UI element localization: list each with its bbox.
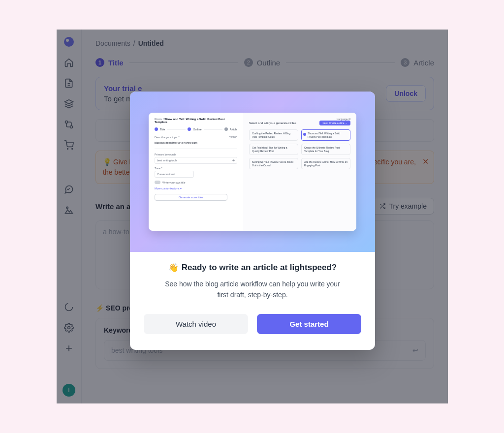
modal-description: See how the blog article workflow can he… (159, 279, 346, 300)
watch-video-button[interactable]: Watch video (144, 314, 248, 334)
modal-title: 👋 Ready to write an article at lightspee… (144, 263, 361, 273)
wave-icon: 👋 (168, 263, 179, 273)
modal-preview-image: Posts / Show and Tell: Writing a Solid R… (149, 113, 356, 231)
modal-hero: Posts / Show and Tell: Writing a Solid R… (130, 92, 375, 252)
onboarding-modal: Posts / Show and Tell: Writing a Solid R… (130, 92, 375, 350)
get-started-button[interactable]: Get started (257, 314, 361, 334)
